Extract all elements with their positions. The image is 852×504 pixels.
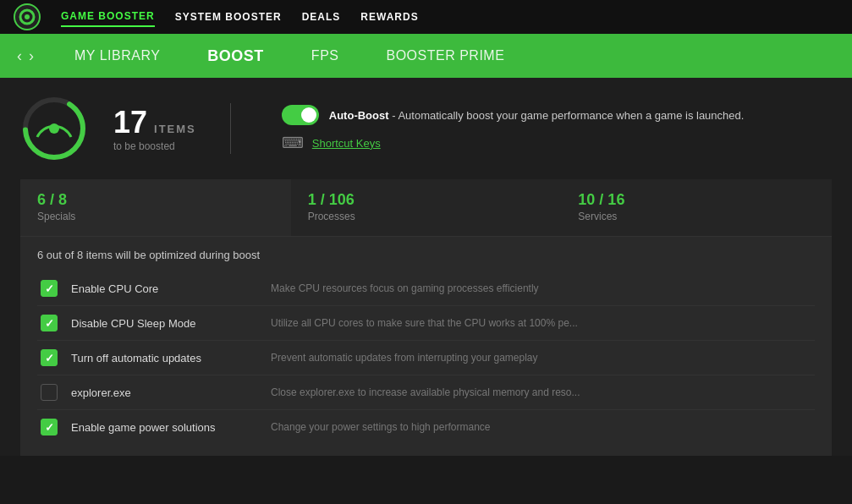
- top-navigation: GAME BOOSTER SYSTEM BOOSTER DEALS REWARD…: [0, 0, 852, 34]
- item-description: Utilize all CPU cores to make sure that …: [271, 317, 811, 329]
- items-number: 17: [113, 105, 147, 140]
- shortcut-row: ⌨ Shortcut Keys: [282, 134, 745, 152]
- list-item: Enable game power solutionsChange your p…: [37, 410, 815, 444]
- item-checkbox-0[interactable]: [41, 280, 58, 297]
- optimize-text: 6 out of 8 items will be optimized durin…: [37, 249, 815, 261]
- tab-services[interactable]: 10 / 16 Services: [561, 179, 832, 236]
- nav-arrows-container: ‹ ›: [17, 47, 34, 65]
- auto-boost-row: Auto-Boost - Automatically boost your ga…: [282, 105, 745, 125]
- item-checkbox-1[interactable]: [41, 315, 58, 331]
- item-checkbox-4[interactable]: [41, 419, 58, 436]
- main-content: 17 ITEMS to be boosted Auto-Boost - Auto…: [0, 78, 852, 456]
- tab-specials[interactable]: 6 / 8 Specials: [20, 179, 291, 236]
- tabs-row: 6 / 8 Specials 1 / 106 Processes 10 / 16…: [20, 179, 832, 237]
- auto-boost-label: Auto-Boost - Automatically boost your ga…: [329, 109, 745, 122]
- nav-game-booster[interactable]: GAME BOOSTER: [61, 7, 155, 27]
- toggle-thumb: [301, 107, 316, 123]
- svg-point-2: [25, 14, 30, 19]
- subnav-my-library[interactable]: MY LIBRARY: [51, 34, 184, 78]
- list-item: Enable CPU CoreMake CPU resources focus …: [37, 271, 815, 306]
- items-sublabel: to be boosted: [113, 140, 196, 152]
- tab-processes[interactable]: 1 / 106 Processes: [291, 179, 562, 236]
- subnav-boost[interactable]: BOOST: [184, 34, 288, 78]
- tab-specials-label: Specials: [37, 211, 274, 222]
- nav-rewards[interactable]: REWARDS: [360, 8, 418, 26]
- shortcut-keys-link[interactable]: Shortcut Keys: [312, 137, 381, 150]
- nav-deals[interactable]: DEALS: [302, 8, 341, 26]
- items-list: Enable CPU CoreMake CPU resources focus …: [37, 271, 815, 444]
- forward-arrow[interactable]: ›: [29, 47, 34, 65]
- item-name: explorer.exe: [71, 386, 257, 399]
- list-item: explorer.exeClose explorer.exe to increa…: [37, 375, 815, 410]
- svg-point-5: [49, 123, 59, 134]
- subnav-booster-prime[interactable]: BOOSTER PRIME: [362, 34, 528, 78]
- item-name: Disable CPU Sleep Mode: [71, 317, 257, 330]
- item-description: Make CPU resources focus on gaming proce…: [271, 282, 811, 294]
- gauge-svg: [20, 95, 88, 162]
- item-description: Close explorer.exe to increase available…: [271, 386, 811, 398]
- list-item: Disable CPU Sleep ModeUtilize all CPU co…: [37, 306, 815, 341]
- divider: [230, 103, 231, 154]
- sub-navigation: ‹ › MY LIBRARY BOOST FPS BOOSTER PRIME: [0, 34, 852, 78]
- subnav-fps[interactable]: FPS: [288, 34, 363, 78]
- items-label: ITEMS: [154, 123, 196, 135]
- item-description: Prevent automatic updates from interrupt…: [271, 352, 811, 364]
- stats-row: 17 ITEMS to be boosted Auto-Boost - Auto…: [20, 95, 832, 162]
- item-name: Enable CPU Core: [71, 282, 257, 295]
- auto-boost-section: Auto-Boost - Automatically boost your ga…: [282, 105, 745, 152]
- item-checkbox-3[interactable]: [41, 384, 58, 401]
- tab-services-count: 10 / 16: [578, 191, 815, 209]
- tab-processes-label: Processes: [308, 211, 545, 222]
- app-logo: [14, 3, 41, 30]
- auto-boost-toggle[interactable]: [282, 105, 319, 125]
- item-description: Change your power settings to high perfo…: [271, 421, 811, 433]
- tab-specials-count: 6 / 8: [37, 191, 274, 209]
- items-count-display: 17 ITEMS to be boosted: [113, 105, 196, 152]
- content-area: 6 out of 8 items will be optimized durin…: [20, 237, 832, 456]
- item-name: Turn off automatic updates: [71, 352, 257, 364]
- keyboard-icon: ⌨: [282, 134, 304, 152]
- list-item: Turn off automatic updatesPrevent automa…: [37, 341, 815, 375]
- tab-services-label: Services: [578, 211, 815, 222]
- back-arrow[interactable]: ‹: [17, 47, 22, 65]
- item-name: Enable game power solutions: [71, 421, 257, 434]
- gauge-widget: [20, 95, 88, 162]
- item-checkbox-2[interactable]: [41, 349, 58, 366]
- nav-system-booster[interactable]: SYSTEM BOOSTER: [175, 8, 282, 26]
- tab-processes-count: 1 / 106: [308, 191, 545, 209]
